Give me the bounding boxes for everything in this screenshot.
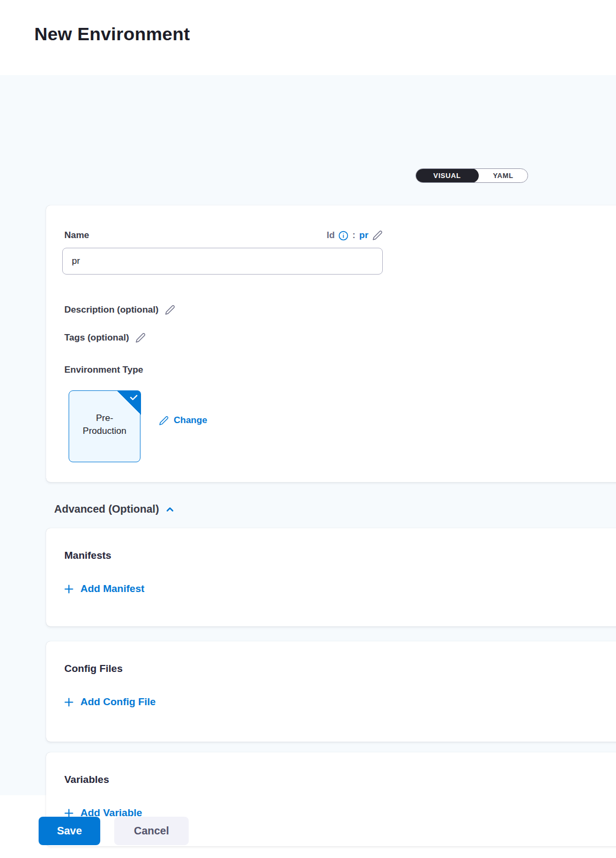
name-row: Name Id : pr — [64, 230, 383, 241]
plus-icon — [63, 697, 75, 708]
chevron-up-icon — [165, 504, 175, 515]
toggle-visual[interactable]: VISUAL — [415, 168, 479, 183]
cancel-button[interactable]: Cancel — [114, 817, 189, 845]
change-env-type-link[interactable]: Change — [159, 415, 207, 426]
add-manifest-label: Add Manifest — [80, 583, 144, 595]
advanced-section-toggle[interactable]: Advanced (Optional) — [54, 503, 175, 515]
env-type-card-preproduction[interactable]: Pre-Production — [69, 390, 140, 462]
env-type-value: Pre-Production — [69, 412, 140, 438]
add-config-file-label: Add Config File — [80, 696, 155, 708]
variables-title: Variables — [64, 774, 109, 786]
tags-label: Tags (optional) — [64, 332, 129, 343]
add-manifest-button[interactable]: Add Manifest — [63, 583, 144, 595]
plus-icon — [63, 583, 75, 595]
id-row: Id : pr — [326, 230, 383, 241]
manifests-card: Manifests Add Manifest — [46, 528, 616, 626]
name-label: Name — [64, 230, 89, 241]
id-value: pr — [359, 230, 368, 241]
page-title: New Environment — [34, 24, 190, 45]
description-toggle[interactable]: Description (optional) — [64, 305, 175, 315]
save-button[interactable]: Save — [39, 817, 100, 845]
environment-type-label: Environment Type — [64, 365, 143, 375]
id-label: Id — [326, 230, 335, 241]
tags-toggle[interactable]: Tags (optional) — [64, 332, 146, 343]
check-icon — [129, 393, 138, 402]
toggle-yaml[interactable]: YAML — [479, 169, 528, 182]
manifests-title: Manifests — [64, 550, 112, 561]
edit-tags-icon[interactable] — [135, 332, 146, 343]
form-panel: VISUAL YAML Name Id : pr — [0, 75, 616, 795]
info-icon[interactable] — [338, 231, 348, 241]
selected-corner — [117, 390, 141, 415]
change-pencil-icon — [159, 416, 169, 426]
config-files-card: Config Files Add Config File — [46, 641, 616, 742]
name-input[interactable] — [62, 248, 383, 275]
add-config-file-button[interactable]: Add Config File — [63, 696, 155, 708]
change-label: Change — [174, 415, 207, 426]
environment-details-card: Name Id : pr Description (optional) — [46, 205, 616, 482]
edit-id-icon[interactable] — [372, 230, 383, 241]
visual-yaml-toggle[interactable]: VISUAL YAML — [415, 168, 528, 183]
new-environment-page: New Environment VISUAL YAML Name Id : pr — [0, 0, 616, 858]
id-colon: : — [352, 230, 355, 241]
config-files-title: Config Files — [64, 663, 123, 675]
edit-description-icon[interactable] — [165, 305, 175, 315]
advanced-title: Advanced (Optional) — [54, 503, 159, 515]
description-label: Description (optional) — [64, 305, 159, 315]
